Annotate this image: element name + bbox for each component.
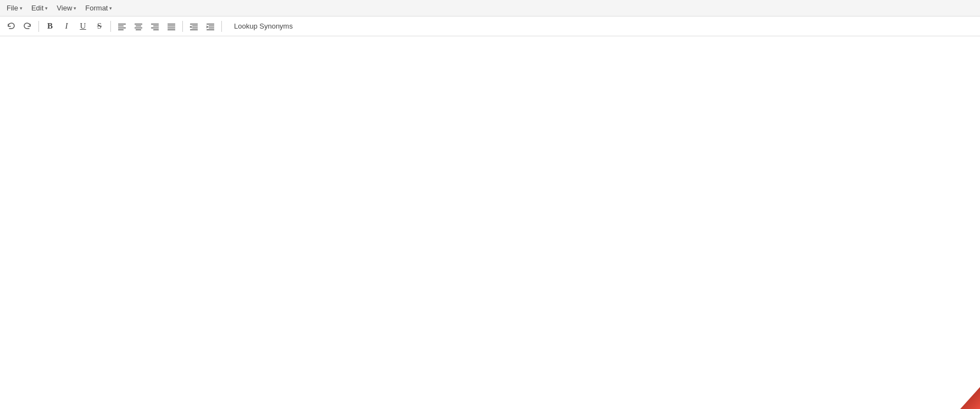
svg-rect-1 bbox=[118, 25, 124, 26]
align-right-button[interactable] bbox=[147, 19, 163, 34]
align-left-icon bbox=[118, 22, 126, 31]
menu-file-chevron: ▾ bbox=[20, 5, 23, 11]
undo-icon bbox=[7, 22, 15, 31]
svg-rect-14 bbox=[168, 27, 175, 29]
bold-icon: B bbox=[47, 21, 53, 31]
svg-rect-13 bbox=[168, 25, 175, 26]
align-left-button[interactable] bbox=[114, 19, 130, 34]
svg-rect-16 bbox=[190, 24, 198, 25]
italic-button[interactable]: I bbox=[59, 19, 74, 34]
menu-view-label: View bbox=[57, 4, 72, 12]
menu-edit[interactable]: Edit ▾ bbox=[27, 0, 52, 16]
svg-rect-4 bbox=[135, 24, 142, 25]
undo-button[interactable] bbox=[3, 19, 19, 34]
underline-button[interactable]: U bbox=[75, 19, 91, 34]
svg-rect-11 bbox=[153, 29, 159, 30]
menu-bar: File ▾ Edit ▾ View ▾ Format ▾ bbox=[0, 0, 980, 16]
menu-edit-label: Edit bbox=[31, 4, 43, 12]
svg-rect-12 bbox=[168, 24, 175, 25]
indent-decrease-button[interactable] bbox=[186, 19, 202, 34]
svg-rect-19 bbox=[190, 29, 198, 30]
svg-rect-15 bbox=[168, 29, 175, 30]
align-right-icon bbox=[151, 22, 159, 31]
align-justify-icon bbox=[167, 22, 176, 31]
menu-view-chevron: ▾ bbox=[74, 5, 76, 11]
menu-view[interactable]: View ▾ bbox=[52, 0, 81, 16]
menu-format-label: Format bbox=[85, 4, 108, 12]
align-justify-button[interactable] bbox=[164, 19, 179, 34]
indent-decrease-icon bbox=[190, 22, 198, 31]
svg-rect-21 bbox=[209, 25, 214, 26]
svg-rect-5 bbox=[136, 25, 141, 26]
indent-increase-button[interactable] bbox=[203, 19, 218, 34]
separator-1 bbox=[38, 21, 39, 32]
indent-increase-icon bbox=[206, 22, 215, 31]
menu-edit-chevron: ▾ bbox=[45, 5, 48, 11]
svg-rect-20 bbox=[207, 24, 214, 25]
align-center-icon bbox=[134, 22, 143, 31]
svg-rect-8 bbox=[151, 24, 159, 25]
editor-area[interactable] bbox=[0, 36, 980, 409]
svg-rect-0 bbox=[118, 24, 126, 25]
svg-rect-17 bbox=[192, 25, 198, 26]
svg-rect-18 bbox=[192, 27, 198, 29]
strikethrough-button[interactable]: S bbox=[92, 19, 107, 34]
separator-2 bbox=[110, 21, 111, 32]
svg-rect-22 bbox=[209, 27, 214, 29]
svg-rect-10 bbox=[151, 27, 159, 29]
menu-file[interactable]: File ▾ bbox=[2, 0, 27, 16]
underline-icon: U bbox=[80, 21, 86, 31]
redo-button[interactable] bbox=[20, 19, 35, 34]
svg-rect-2 bbox=[118, 27, 126, 29]
separator-4 bbox=[221, 21, 222, 32]
lookup-synonyms-label: Lookup Synonyms bbox=[234, 22, 293, 30]
separator-3 bbox=[182, 21, 183, 32]
menu-format-chevron: ▾ bbox=[109, 5, 112, 11]
svg-rect-23 bbox=[207, 29, 214, 30]
svg-rect-6 bbox=[135, 27, 142, 29]
toolbar: B I U S bbox=[0, 16, 980, 36]
strikethrough-icon: S bbox=[97, 21, 102, 31]
redo-icon bbox=[23, 22, 32, 31]
bold-button[interactable]: B bbox=[42, 19, 58, 34]
lookup-synonyms-button[interactable]: Lookup Synonyms bbox=[229, 19, 298, 34]
align-center-button[interactable] bbox=[131, 19, 146, 34]
svg-rect-7 bbox=[136, 29, 141, 30]
italic-icon: I bbox=[65, 21, 68, 31]
menu-format[interactable]: Format ▾ bbox=[81, 0, 116, 16]
svg-rect-9 bbox=[153, 25, 159, 26]
menu-file-label: File bbox=[7, 4, 18, 12]
svg-rect-3 bbox=[118, 29, 124, 30]
watermark-decoration bbox=[947, 387, 980, 409]
